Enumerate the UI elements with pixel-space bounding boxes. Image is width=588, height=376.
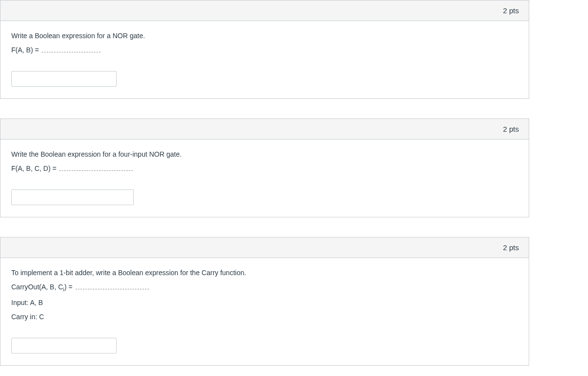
points-label: 2 pts: [503, 125, 519, 133]
question-line: Input: A, B: [11, 298, 518, 308]
question-line: Carry in: C: [11, 312, 518, 322]
question-text: To implement a 1-bit adder, write a Bool…: [11, 268, 518, 322]
question-header: . 2 pts: [0, 0, 529, 21]
blank-line: [59, 164, 133, 171]
question-text: Write the Boolean expression for a four-…: [11, 149, 518, 174]
question-line: Write the Boolean expression for a four-…: [11, 149, 518, 160]
formula-prefix: F(A, B, C, D) =: [11, 164, 56, 172]
question-body: Write the Boolean expression for a four-…: [0, 140, 529, 217]
answer-input[interactable]: [11, 189, 134, 205]
blank-line: [75, 282, 149, 289]
question-block: . 2 pts Write a Boolean expression for a…: [0, 0, 529, 99]
question-body: Write a Boolean expression for a NOR gat…: [0, 21, 529, 98]
question-header: . 2 pts: [0, 119, 529, 140]
question-line: To implement a 1-bit adder, write a Bool…: [11, 268, 518, 278]
question-block: . 2 pts To implement a 1-bit adder, writ…: [0, 237, 529, 366]
question-line: F(A, B) =: [11, 45, 518, 55]
question-block: . 2 pts Write the Boolean expression for…: [0, 118, 529, 217]
formula-prefix: F(A, B) =: [11, 46, 39, 54]
question-line: Write a Boolean expression for a NOR gat…: [11, 31, 518, 41]
question-line: CarryOut(A, B, Ci) =: [11, 282, 518, 294]
points-label: 2 pts: [503, 243, 519, 252]
question-text: Write a Boolean expression for a NOR gat…: [11, 31, 518, 55]
formula-prefix: CarryOut(A, B, Ci) =: [11, 283, 73, 291]
blank-line: [42, 46, 100, 52]
question-body: To implement a 1-bit adder, write a Bool…: [0, 258, 529, 365]
answer-input[interactable]: [11, 338, 117, 353]
points-label: 2 pts: [503, 6, 519, 15]
answer-input[interactable]: [11, 71, 117, 87]
question-line: F(A, B, C, D) =: [11, 164, 518, 174]
question-header: . 2 pts: [0, 237, 529, 258]
